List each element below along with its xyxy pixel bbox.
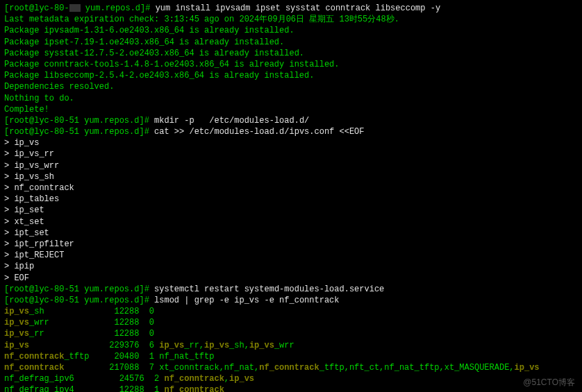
heredoc-line: > ip_set <box>4 205 578 216</box>
output-line: Last metadata expiration check: 3:13:45 … <box>4 14 578 25</box>
heredoc-line: > ip_vs_sh <box>4 171 578 182</box>
output-line: Complete! <box>4 104 578 115</box>
output-line: Nothing to do. <box>4 93 578 104</box>
lsmod-row: nf_conntrack 217088 7 xt_conntrack,nf_na… <box>4 362 578 373</box>
output-line: Package ipset-7.19-1.oe2403.x86_64 is al… <box>4 37 578 48</box>
heredoc-line: > nf_conntrack <box>4 182 578 194</box>
watermark: @51CTO博客 <box>523 377 575 388</box>
heredoc-line: > ip_vs_rr <box>4 148 578 160</box>
heredoc-line: > ipip <box>4 261 578 272</box>
lsmod-row: nf_defrag_ipv6 24576 2 nf_conntrack,ip_v… <box>4 373 578 384</box>
cmd-line-5: [root@lyc-80-51 yum.repos.d]# lsmod | gr… <box>4 295 578 306</box>
lsmod-row: ip_vs_sh 12288 0 <box>4 306 578 317</box>
heredoc-line: > ipt_rpfilter <box>4 239 578 250</box>
output-line: Package libseccomp-2.5.4-2.oe2403.x86_64… <box>4 70 578 81</box>
cmd-line-3: [root@lyc-80-51 yum.repos.d]# cat >> /et… <box>4 126 578 137</box>
redacted-host <box>69 4 81 12</box>
heredoc-line: > ipt_set <box>4 228 578 239</box>
lsmod-row: ip_vs_rr 12288 0 <box>4 328 578 339</box>
heredoc-line: > ip_vs_wrr <box>4 160 578 171</box>
terminal-output: [root@lyc-80- yum.repos.d]# yum install … <box>4 3 578 392</box>
cmd-line-4: [root@lyc-80-51 yum.repos.d]# systemctl … <box>4 284 578 295</box>
heredoc-line: > ipt_REJECT <box>4 250 578 261</box>
output-line: Package sysstat-12.7.5-2.oe2403.x86_64 i… <box>4 48 578 59</box>
lsmod-row: nf_conntrack_tftp 20480 1 nf_nat_tftp <box>4 351 578 362</box>
output-line: Package ipvsadm-1.31-6.oe2403.x86_64 is … <box>4 25 578 36</box>
cmd-line-1: [root@lyc-80- yum.repos.d]# yum install … <box>4 3 578 14</box>
output-line: Dependencies resolved. <box>4 81 578 92</box>
heredoc-line: > xt_set <box>4 216 578 228</box>
heredoc-line: > EOF <box>4 273 578 284</box>
lsmod-row: nf_defrag_ipv4 12288 1 nf_conntrack <box>4 384 578 392</box>
heredoc-line: > ip_vs <box>4 137 578 148</box>
heredoc-line: > ip_tables <box>4 194 578 205</box>
output-line: Package conntrack-tools-1.4.8-1.oe2403.x… <box>4 59 578 70</box>
lsmod-row: ip_vs_wrr 12288 0 <box>4 317 578 328</box>
cmd-line-2: [root@lyc-80-51 yum.repos.d]# mkdir -p /… <box>4 115 578 126</box>
lsmod-row: ip_vs 229376 6 ip_vs_rr,ip_vs_sh,ip_vs_w… <box>4 340 578 351</box>
